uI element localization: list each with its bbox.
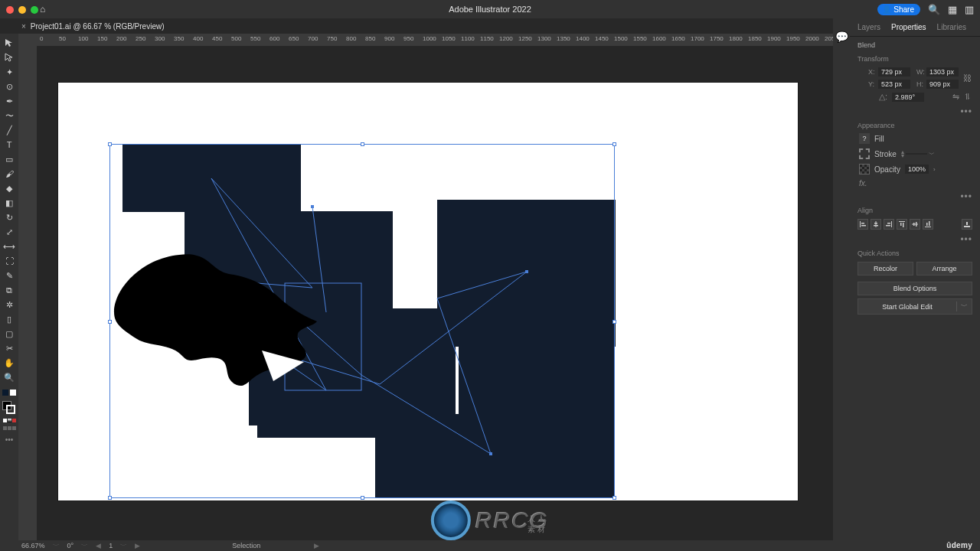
width-tool[interactable]: ⟷: [2, 240, 16, 253]
tab-properties[interactable]: Properties: [890, 21, 928, 33]
align-more-icon[interactable]: •••: [850, 233, 980, 246]
lasso-tool[interactable]: ⊙: [2, 80, 16, 93]
paintbrush-tool[interactable]: 🖌: [2, 168, 16, 180]
rectangle-tool[interactable]: ▭: [2, 153, 16, 165]
fill-swatch[interactable]: ?: [859, 133, 870, 144]
share-button[interactable]: 👤 Share: [877, 4, 920, 15]
hand-tool[interactable]: ✋: [2, 357, 16, 369]
canvas[interactable]: [37, 46, 850, 540]
angle-icon: △:: [879, 92, 887, 102]
constrain-icon[interactable]: ⛓: [963, 73, 972, 83]
ruler-tick: 100: [78, 35, 88, 42]
free-transform-tool[interactable]: ⛶: [2, 255, 16, 267]
type-tool[interactable]: T: [2, 139, 16, 151]
chevron-right-icon[interactable]: ›: [933, 166, 936, 173]
home-icon[interactable]: ⌂: [40, 4, 45, 15]
w-input[interactable]: 1303 px: [926, 67, 959, 77]
selection-tool[interactable]: [2, 37, 16, 49]
rotate-view[interactable]: 0°: [67, 542, 74, 549]
selection-handle[interactable]: [361, 142, 364, 146]
artboard-next-icon[interactable]: ▶: [135, 542, 140, 549]
fill-stroke-swatch[interactable]: [2, 401, 16, 415]
artboard-tool[interactable]: ▢: [2, 328, 16, 340]
selection-handle[interactable]: [361, 496, 364, 500]
reference-point-selector[interactable]: [859, 70, 861, 86]
swatch-dark[interactable]: [2, 390, 8, 396]
scale-tool[interactable]: ⤢: [2, 226, 16, 238]
x-input[interactable]: 729 px: [878, 67, 910, 77]
search-icon[interactable]: 🔍: [928, 4, 940, 15]
chevron-down-icon[interactable]: ﹀: [120, 541, 127, 551]
pen-tool[interactable]: ✒: [2, 95, 16, 107]
stroke-weight-input[interactable]: [906, 153, 927, 155]
close-window-icon[interactable]: [6, 6, 14, 14]
symbol-sprayer-tool[interactable]: ✲: [2, 298, 16, 311]
magic-wand-tool[interactable]: ✦: [2, 66, 16, 78]
fx-label[interactable]: fx.: [859, 179, 867, 187]
align-hcenter-icon[interactable]: [871, 219, 881, 230]
direct-selection-tool[interactable]: [2, 51, 16, 64]
start-global-edit-button[interactable]: Start Global Edit ﹀: [858, 298, 972, 315]
transform-section-title: Transform: [850, 52, 980, 64]
flip-vertical-icon[interactable]: ⥮: [964, 92, 971, 102]
selection-handle[interactable]: [108, 320, 112, 324]
selection-handle[interactable]: [108, 142, 112, 146]
align-to-icon[interactable]: [962, 219, 972, 230]
align-bottom-icon[interactable]: [923, 219, 933, 230]
h-input[interactable]: 909 px: [926, 80, 959, 89]
y-input[interactable]: 523 px: [878, 80, 910, 89]
maximize-window-icon[interactable]: [31, 6, 38, 14]
eyedropper-tool[interactable]: ✎: [2, 269, 16, 282]
chevron-down-icon[interactable]: ﹀: [956, 302, 972, 311]
selection-handle[interactable]: [612, 142, 616, 146]
minimize-window-icon[interactable]: [18, 6, 26, 14]
blend-options-button[interactable]: Blend Options: [858, 282, 972, 295]
slice-tool[interactable]: ✂: [2, 342, 16, 354]
color-mode-row[interactable]: [3, 419, 16, 422]
appearance-more-icon[interactable]: •••: [850, 190, 980, 204]
curvature-tool[interactable]: 〜: [2, 109, 16, 122]
flip-horizontal-icon[interactable]: ⇋: [952, 92, 959, 102]
zoom-tool[interactable]: 🔍: [2, 371, 16, 383]
stroke-stepper-icon[interactable]: ▴▾: [901, 150, 904, 158]
comments-icon[interactable]: 💬: [835, 31, 848, 43]
workspace-layout-icon[interactable]: ▦: [948, 4, 957, 15]
tab-layers[interactable]: Layers: [856, 21, 882, 33]
zoom-level[interactable]: 66.67%: [21, 542, 45, 549]
column-graph-tool[interactable]: ▯: [2, 313, 16, 325]
selection-handle[interactable]: [612, 496, 616, 500]
transform-more-icon[interactable]: •••: [850, 105, 980, 119]
selection-handle[interactable]: [612, 320, 616, 324]
arrange-documents-icon[interactable]: ▥: [965, 4, 974, 15]
tab-close-icon[interactable]: ×: [21, 22, 26, 31]
opacity-input[interactable]: 100%: [905, 165, 929, 174]
eraser-tool[interactable]: ◧: [2, 197, 16, 209]
shaper-tool[interactable]: ◆: [2, 182, 16, 194]
recolor-button[interactable]: Recolor: [858, 262, 913, 276]
align-vcenter-icon[interactable]: [910, 219, 920, 230]
ruler-tick: 1150: [480, 35, 494, 42]
blend-tool[interactable]: ⧉: [2, 284, 16, 296]
opacity-swatch[interactable]: [859, 164, 870, 174]
artboard-prev-icon[interactable]: ◀: [96, 542, 101, 549]
tab-libraries[interactable]: Libraries: [936, 21, 968, 33]
artboard-index[interactable]: 1: [109, 542, 113, 549]
rotate-tool[interactable]: ↻: [2, 211, 16, 223]
align-left-icon[interactable]: [858, 219, 868, 230]
document-tab-name[interactable]: Project01.ai @ 66.67 % (RGB/Preview): [31, 22, 165, 31]
align-top-icon[interactable]: [897, 219, 907, 230]
swatch-white[interactable]: [10, 390, 16, 396]
selection-handle[interactable]: [108, 496, 112, 500]
edit-toolbar-icon[interactable]: •••: [5, 435, 14, 444]
chevron-down-icon[interactable]: ﹀: [53, 541, 60, 551]
draw-mode-row[interactable]: [3, 426, 16, 430]
chevron-down-icon[interactable]: ﹀: [81, 541, 88, 551]
arrange-button[interactable]: Arrange: [916, 262, 972, 276]
chevron-down-icon[interactable]: ﹀: [929, 150, 935, 158]
stroke-swatch[interactable]: [859, 148, 870, 159]
line-tool[interactable]: ╱: [2, 124, 16, 136]
angle-input[interactable]: 2.989°: [892, 93, 924, 102]
ruler-tick: 1650: [671, 35, 685, 42]
align-right-icon[interactable]: [884, 219, 894, 230]
play-icon[interactable]: ▶: [314, 542, 319, 549]
